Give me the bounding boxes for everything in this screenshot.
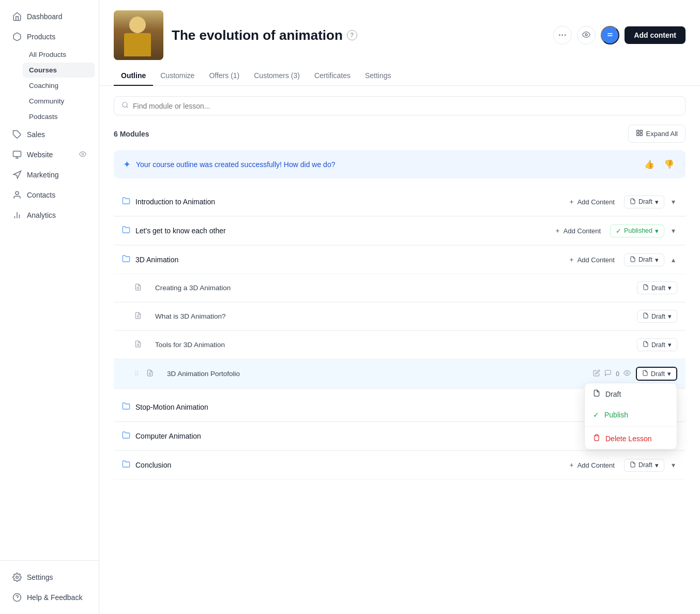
folder-icon bbox=[122, 460, 130, 470]
file-icon bbox=[630, 198, 636, 206]
file-icon bbox=[643, 341, 649, 349]
lesson-row: What is 3D Animation? Draft ▾ bbox=[114, 303, 686, 331]
expand-icon bbox=[636, 129, 643, 138]
chevron-down-icon: ▾ bbox=[667, 370, 671, 378]
modules-header: 6 Modules Expand All bbox=[114, 125, 686, 143]
search-input[interactable] bbox=[133, 102, 678, 110]
status-badge-draft[interactable]: Draft ▾ bbox=[637, 310, 677, 323]
expand-all-button[interactable]: Expand All bbox=[628, 125, 686, 143]
lesson-name: Creating a 3D Animation bbox=[147, 284, 632, 292]
tab-settings[interactable]: Settings bbox=[358, 66, 399, 86]
file-icon bbox=[643, 312, 649, 320]
status-badge-draft[interactable]: Draft ▾ bbox=[624, 253, 664, 266]
sidebar-item-sales[interactable]: Sales bbox=[4, 125, 95, 144]
eye-icon[interactable] bbox=[623, 369, 631, 378]
status-badge-draft[interactable]: Draft ▾ bbox=[637, 338, 677, 351]
preview-button[interactable] bbox=[577, 26, 596, 44]
svg-point-9 bbox=[16, 576, 19, 579]
thumbs-down-button[interactable]: 👎 bbox=[662, 157, 676, 171]
course-title: The evolution of animation ? bbox=[172, 27, 545, 43]
add-content-button[interactable]: ＋ Add Content bbox=[564, 195, 619, 208]
drag-handle-icon[interactable]: ⠿ bbox=[134, 370, 139, 378]
tab-offers[interactable]: Offers (1) bbox=[202, 66, 247, 86]
sidebar-item-courses[interactable]: Courses bbox=[23, 63, 95, 78]
dropdown-item-delete[interactable]: Delete Lesson bbox=[585, 428, 677, 449]
sidebar-item-label: Marketing bbox=[27, 171, 58, 179]
svg-point-4 bbox=[82, 153, 84, 155]
sidebar-item-all-products[interactable]: All Products bbox=[23, 47, 95, 62]
lesson-row: Tools for 3D Animation Draft ▾ bbox=[114, 331, 686, 359]
file-icon bbox=[593, 390, 600, 398]
file-text-icon bbox=[134, 312, 142, 321]
dots-icon: ··· bbox=[558, 31, 567, 40]
status-dropdown-anchor: Draft ▾ Draft ✓ Publish bbox=[636, 367, 677, 381]
sparkle-icon: ✦ bbox=[123, 159, 131, 170]
sidebar-item-label: Contacts bbox=[27, 191, 55, 199]
eye-icon bbox=[582, 31, 590, 40]
folder-icon bbox=[122, 197, 130, 207]
status-badge-active[interactable]: Draft ▾ bbox=[636, 367, 677, 381]
dropdown-item-publish[interactable]: ✓ Publish bbox=[585, 405, 677, 425]
megaphone-icon bbox=[12, 170, 22, 179]
course-title-text: The evolution of animation bbox=[172, 27, 343, 43]
help-icon[interactable]: ? bbox=[347, 30, 357, 40]
plus-icon: ＋ bbox=[568, 255, 575, 264]
tab-outline[interactable]: Outline bbox=[114, 66, 153, 86]
tag-icon bbox=[12, 130, 22, 139]
add-content-button[interactable]: ＋ Add Content bbox=[564, 253, 619, 266]
dropdown-item-label: Publish bbox=[604, 411, 628, 419]
bar-chart-icon bbox=[12, 211, 22, 220]
svg-point-12 bbox=[585, 34, 587, 36]
drag-button[interactable] bbox=[601, 26, 619, 44]
status-badge-published[interactable]: ✓ Published ▾ bbox=[610, 224, 664, 237]
sidebar-item-analytics[interactable]: Analytics bbox=[4, 205, 95, 225]
expand-module-button[interactable]: ▾ bbox=[669, 224, 677, 237]
add-content-button[interactable]: Add content bbox=[625, 26, 686, 44]
tabs-nav: Outline Customize Offers (1) Customers (… bbox=[99, 66, 700, 86]
status-badge-draft[interactable]: Draft ▾ bbox=[624, 196, 664, 208]
edit-icon[interactable] bbox=[593, 369, 600, 378]
lesson-row: Creating a 3D Animation Draft ▾ bbox=[114, 274, 686, 302]
sidebar-item-label: Dashboard bbox=[27, 12, 63, 21]
comment-count: 0 bbox=[616, 370, 619, 378]
monitor-icon bbox=[12, 150, 22, 159]
status-badge-draft[interactable]: Draft ▾ bbox=[624, 459, 664, 472]
thumbs-up-button[interactable]: 👍 bbox=[642, 157, 657, 171]
collapse-module-button[interactable]: ▴ bbox=[669, 253, 677, 266]
sidebar-item-contacts[interactable]: Contacts bbox=[4, 185, 95, 205]
chevron-down-icon: ▾ bbox=[655, 461, 659, 469]
add-content-button[interactable]: ＋ Add Content bbox=[550, 224, 605, 237]
status-badge-draft[interactable]: Draft ▾ bbox=[637, 281, 677, 294]
sidebar-item-products[interactable]: Products bbox=[4, 27, 95, 47]
sidebar-item-community[interactable]: Community bbox=[23, 94, 95, 109]
gear-icon bbox=[12, 573, 22, 582]
svg-rect-17 bbox=[636, 130, 638, 132]
tab-certificates[interactable]: Certificates bbox=[307, 66, 358, 86]
svg-point-5 bbox=[16, 191, 19, 194]
expand-module-button[interactable]: ▾ bbox=[669, 196, 677, 208]
svg-rect-1 bbox=[13, 151, 21, 157]
sidebar-item-marketing[interactable]: Marketing bbox=[4, 165, 95, 185]
house-icon bbox=[12, 12, 22, 21]
person-circle-icon bbox=[12, 190, 22, 200]
svg-point-15 bbox=[123, 102, 127, 107]
tab-customize[interactable]: Customize bbox=[153, 66, 202, 86]
expand-module-button[interactable]: ▾ bbox=[669, 459, 677, 471]
dropdown-item-draft[interactable]: Draft bbox=[585, 383, 677, 405]
sidebar-item-website[interactable]: Website bbox=[4, 145, 95, 164]
module-name: Computer Animation bbox=[135, 432, 584, 440]
sidebar-item-podcasts[interactable]: Podcasts bbox=[23, 109, 95, 124]
sidebar: Dashboard Products All Products Courses … bbox=[0, 0, 99, 614]
sidebar-item-dashboard[interactable]: Dashboard bbox=[4, 7, 95, 26]
more-options-button[interactable]: ··· bbox=[553, 26, 572, 44]
file-text-icon bbox=[146, 369, 154, 378]
sidebar-item-settings[interactable]: Settings bbox=[4, 567, 95, 587]
comment-icon[interactable] bbox=[604, 369, 612, 378]
sidebar-item-coaching[interactable]: Coaching bbox=[23, 78, 95, 93]
sidebar-item-help[interactable]: Help & Feedback bbox=[4, 588, 95, 607]
lesson-name: Tools for 3D Animation bbox=[147, 341, 632, 349]
lesson-name: 3D Animation Portofolio bbox=[159, 370, 588, 378]
website-eye-icon bbox=[79, 151, 86, 159]
tab-customers[interactable]: Customers (3) bbox=[247, 66, 307, 86]
add-content-button[interactable]: ＋ Add Content bbox=[564, 458, 619, 472]
